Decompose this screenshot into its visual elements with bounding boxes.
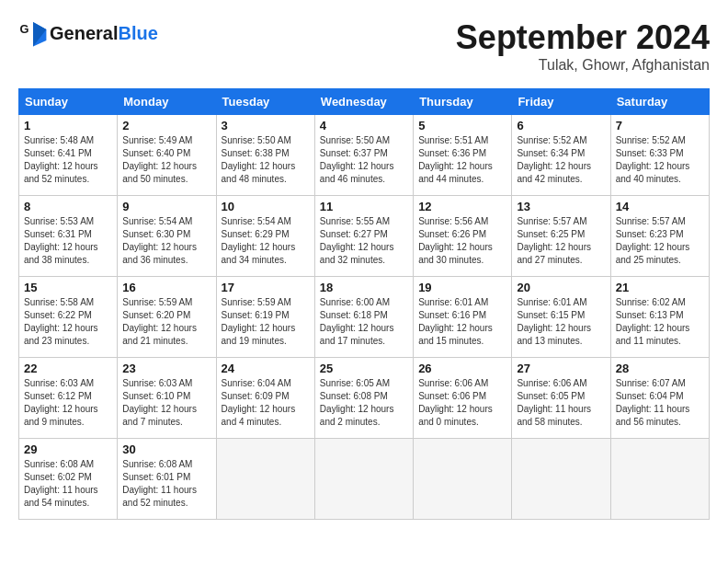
day-info: Sunrise: 5:52 AM Sunset: 6:34 PM Dayligh… [517,134,605,186]
calendar-cell [216,439,314,520]
calendar-cell: 4Sunrise: 5:50 AM Sunset: 6:37 PM Daylig… [314,115,413,196]
svg-text:G: G [20,22,29,36]
day-number: 25 [320,362,408,375]
calendar-cell: 14Sunrise: 5:57 AM Sunset: 6:23 PM Dayli… [610,196,709,277]
calendar-week-3: 15Sunrise: 5:58 AM Sunset: 6:22 PM Dayli… [19,277,710,358]
calendar-cell: 24Sunrise: 6:04 AM Sunset: 6:09 PM Dayli… [216,358,314,439]
day-number: 3 [222,119,310,132]
weekday-header-saturday: Saturday [610,89,709,115]
day-number: 14 [616,200,704,213]
calendar-cell: 21Sunrise: 6:02 AM Sunset: 6:13 PM Dayli… [610,277,709,358]
calendar-cell: 1Sunrise: 5:48 AM Sunset: 6:41 PM Daylig… [19,115,118,196]
calendar-cell: 23Sunrise: 6:03 AM Sunset: 6:10 PM Dayli… [118,358,216,439]
day-number: 15 [24,281,112,294]
calendar-cell: 6Sunrise: 5:52 AM Sunset: 6:34 PM Daylig… [512,115,610,196]
day-number: 27 [517,362,605,375]
calendar-cell: 9Sunrise: 5:54 AM Sunset: 6:30 PM Daylig… [118,196,216,277]
day-info: Sunrise: 6:02 AM Sunset: 6:13 PM Dayligh… [616,296,704,348]
day-info: Sunrise: 6:07 AM Sunset: 6:04 PM Dayligh… [616,377,704,429]
day-info: Sunrise: 6:05 AM Sunset: 6:08 PM Dayligh… [320,377,408,429]
title-block: September 2024 Tulak, Ghowr, Afghanistan [456,18,710,74]
day-info: Sunrise: 5:55 AM Sunset: 6:27 PM Dayligh… [320,215,408,267]
calendar-cell: 3Sunrise: 5:50 AM Sunset: 6:38 PM Daylig… [216,115,314,196]
day-info: Sunrise: 5:49 AM Sunset: 6:40 PM Dayligh… [122,134,210,186]
day-number: 23 [122,362,210,375]
logo: G GeneralBlue [18,18,158,48]
day-info: Sunrise: 6:01 AM Sunset: 6:15 PM Dayligh… [517,296,605,348]
day-info: Sunrise: 6:06 AM Sunset: 6:05 PM Dayligh… [517,377,605,429]
day-number: 11 [320,200,408,213]
calendar-cell: 13Sunrise: 5:57 AM Sunset: 6:25 PM Dayli… [512,196,610,277]
day-info: Sunrise: 5:48 AM Sunset: 6:41 PM Dayligh… [24,134,112,186]
calendar-cell: 22Sunrise: 6:03 AM Sunset: 6:12 PM Dayli… [19,358,118,439]
weekday-header-thursday: Thursday [414,89,512,115]
calendar-cell: 16Sunrise: 5:59 AM Sunset: 6:20 PM Dayli… [118,277,216,358]
day-info: Sunrise: 6:03 AM Sunset: 6:10 PM Dayligh… [122,377,210,429]
day-number: 20 [517,281,605,294]
calendar-cell [414,439,512,520]
calendar-cell: 26Sunrise: 6:06 AM Sunset: 6:06 PM Dayli… [414,358,512,439]
day-info: Sunrise: 6:03 AM Sunset: 6:12 PM Dayligh… [24,377,112,429]
day-number: 30 [122,442,210,456]
calendar-cell [512,439,610,520]
day-info: Sunrise: 6:06 AM Sunset: 6:06 PM Dayligh… [418,377,506,429]
calendar-cell: 11Sunrise: 5:55 AM Sunset: 6:27 PM Dayli… [314,196,413,277]
calendar-title: September 2024 [456,18,710,57]
day-info: Sunrise: 5:53 AM Sunset: 6:31 PM Dayligh… [24,215,112,267]
day-number: 19 [418,281,506,294]
calendar-cell: 5Sunrise: 5:51 AM Sunset: 6:36 PM Daylig… [414,115,512,196]
calendar-cell: 8Sunrise: 5:53 AM Sunset: 6:31 PM Daylig… [19,196,118,277]
day-info: Sunrise: 6:08 AM Sunset: 6:02 PM Dayligh… [24,458,112,510]
calendar-cell: 28Sunrise: 6:07 AM Sunset: 6:04 PM Dayli… [610,358,709,439]
weekday-header-wednesday: Wednesday [314,89,413,115]
day-number: 12 [418,200,506,213]
day-number: 29 [24,442,112,456]
day-info: Sunrise: 5:51 AM Sunset: 6:36 PM Dayligh… [418,134,506,186]
day-info: Sunrise: 5:50 AM Sunset: 6:38 PM Dayligh… [222,134,310,186]
calendar-cell: 27Sunrise: 6:06 AM Sunset: 6:05 PM Dayli… [512,358,610,439]
day-info: Sunrise: 6:00 AM Sunset: 6:18 PM Dayligh… [320,296,408,348]
day-info: Sunrise: 6:04 AM Sunset: 6:09 PM Dayligh… [222,377,310,429]
weekday-header-sunday: Sunday [19,89,118,115]
weekday-header-row: SundayMondayTuesdayWednesdayThursdayFrid… [19,89,710,115]
calendar-cell: 30Sunrise: 6:08 AM Sunset: 6:01 PM Dayli… [118,439,216,520]
calendar-cell [610,439,709,520]
calendar-cell: 15Sunrise: 5:58 AM Sunset: 6:22 PM Dayli… [19,277,118,358]
day-info: Sunrise: 5:56 AM Sunset: 6:26 PM Dayligh… [418,215,506,267]
day-info: Sunrise: 5:54 AM Sunset: 6:29 PM Dayligh… [222,215,310,267]
calendar-cell: 29Sunrise: 6:08 AM Sunset: 6:02 PM Dayli… [19,439,118,520]
calendar-table: SundayMondayTuesdayWednesdayThursdayFrid… [18,88,710,520]
logo-icon: G [18,18,48,48]
calendar-subtitle: Tulak, Ghowr, Afghanistan [456,57,710,74]
day-info: Sunrise: 5:59 AM Sunset: 6:20 PM Dayligh… [122,296,210,348]
calendar-cell: 17Sunrise: 5:59 AM Sunset: 6:19 PM Dayli… [216,277,314,358]
day-info: Sunrise: 5:50 AM Sunset: 6:37 PM Dayligh… [320,134,408,186]
calendar-cell: 19Sunrise: 6:01 AM Sunset: 6:16 PM Dayli… [414,277,512,358]
logo-general: General [50,23,118,43]
day-number: 5 [418,119,506,132]
day-info: Sunrise: 5:58 AM Sunset: 6:22 PM Dayligh… [24,296,112,348]
day-number: 2 [122,119,210,132]
day-number: 17 [222,281,310,294]
calendar-week-5: 29Sunrise: 6:08 AM Sunset: 6:02 PM Dayli… [19,439,710,520]
logo-blue: Blue [118,23,157,43]
day-info: Sunrise: 5:57 AM Sunset: 6:23 PM Dayligh… [616,215,704,267]
day-number: 21 [616,281,704,294]
day-number: 13 [517,200,605,213]
calendar-week-4: 22Sunrise: 6:03 AM Sunset: 6:12 PM Dayli… [19,358,710,439]
day-info: Sunrise: 5:57 AM Sunset: 6:25 PM Dayligh… [517,215,605,267]
calendar-week-2: 8Sunrise: 5:53 AM Sunset: 6:31 PM Daylig… [19,196,710,277]
weekday-header-monday: Monday [118,89,216,115]
day-number: 10 [222,200,310,213]
day-number: 16 [122,281,210,294]
day-info: Sunrise: 5:52 AM Sunset: 6:33 PM Dayligh… [616,134,704,186]
weekday-header-tuesday: Tuesday [216,89,314,115]
day-number: 1 [24,119,112,132]
day-number: 7 [616,119,704,132]
day-info: Sunrise: 6:01 AM Sunset: 6:16 PM Dayligh… [418,296,506,348]
page-header: G GeneralBlue September 2024 Tulak, Ghow… [18,18,710,74]
day-number: 6 [517,119,605,132]
day-number: 24 [222,362,310,375]
day-number: 22 [24,362,112,375]
day-number: 26 [418,362,506,375]
